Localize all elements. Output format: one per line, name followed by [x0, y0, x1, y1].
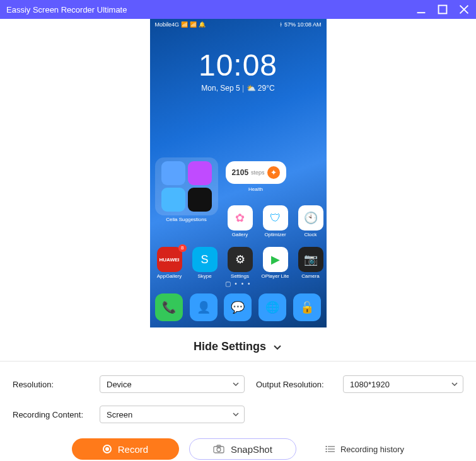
phone-date: Mon, Sep 5 | ⛅ 29°C	[150, 84, 327, 93]
phone-time: 10:08	[150, 48, 327, 83]
weather-icon: ⛅	[247, 84, 256, 93]
svg-rect-1	[439, 6, 447, 14]
bottom-bar: Record SnapShot Recording history	[0, 433, 476, 461]
signal-icon: 📶	[181, 21, 188, 28]
carrier-label: Mobile4G	[155, 21, 180, 28]
cast-icon	[188, 161, 212, 185]
settings-panel: Resolution: Device Output Resolution: 10…	[0, 361, 476, 433]
messages-icon[interactable]: 💬	[224, 293, 252, 321]
lock-icon[interactable]: 🔓	[293, 293, 321, 321]
browser-icon	[161, 188, 185, 212]
minimize-button[interactable]	[415, 4, 427, 15]
bell-icon: 🔔	[199, 21, 206, 28]
recording-content-label: Recording Content:	[13, 410, 95, 419]
svg-point-5	[217, 448, 221, 452]
maximize-button[interactable]	[437, 4, 448, 15]
wifi-icon: 📶	[190, 21, 197, 28]
app-appgallery[interactable]: HUAWEI 8 AppGallery	[155, 247, 184, 279]
health-label: Health	[226, 186, 286, 192]
app-optimizer[interactable]: 🛡Optimizer	[261, 205, 290, 237]
titlebar-text: Eassiy Screen Recorder Ultimate	[6, 5, 415, 14]
health-widget[interactable]: 2105 steps ✦	[226, 161, 286, 184]
hide-settings-toggle[interactable]: Hide Settings	[0, 334, 476, 361]
suggestions-label: Celia Suggestions	[155, 217, 218, 222]
resolution-label: Resolution:	[13, 380, 95, 389]
record-button[interactable]: Record	[72, 438, 179, 460]
output-resolution-select[interactable]: 1080*1920	[343, 375, 463, 393]
preview-area: Mobile4G 📶 📶 🔔 ᚼ 57% 10:08 AM 10:08 Mon,…	[0, 19, 476, 334]
phone-preview: Mobile4G 📶 📶 🔔 ᚼ 57% 10:08 AM 10:08 Mon,…	[150, 19, 327, 327]
app-camera[interactable]: 📷Camera	[296, 247, 325, 279]
app-clock[interactable]: 🕙Clock	[296, 205, 325, 237]
app-settings[interactable]: ⚙Settings	[226, 247, 255, 279]
app-oplayer[interactable]: ▶OPlayer Lite	[261, 247, 290, 279]
phone-status-bar: Mobile4G 📶 📶 🔔 ᚼ 57% 10:08 AM	[150, 19, 327, 30]
svg-point-10	[325, 446, 327, 447]
celia-suggestions[interactable]	[155, 157, 218, 215]
run-icon: ✦	[267, 166, 280, 179]
record-icon	[103, 445, 112, 453]
chevron-down-icon	[232, 380, 240, 388]
recording-history-link[interactable]: Recording history	[325, 445, 404, 454]
app-gallery[interactable]: ✿Gallery	[226, 205, 255, 237]
app-badge: 8	[178, 244, 186, 252]
titlebar: Eassiy Screen Recorder Ultimate	[0, 0, 476, 19]
window-controls	[415, 4, 470, 15]
phone-icon[interactable]: 📞	[155, 293, 183, 321]
battery-label: 57% 10:08 AM	[284, 21, 322, 28]
bluetooth-icon: ᚼ	[279, 21, 282, 28]
output-resolution-label: Output Resolution:	[250, 380, 338, 389]
contacts-icon[interactable]: 👤	[190, 293, 218, 321]
dock: 📞 👤 💬 🌐 🔓	[155, 293, 322, 321]
browser2-icon[interactable]: 🌐	[258, 293, 286, 321]
chevron-down-icon	[272, 342, 282, 352]
tiktok-icon	[188, 188, 212, 212]
close-button[interactable]	[458, 4, 470, 15]
page-indicator: ▢ • • •	[150, 280, 327, 287]
chevron-down-icon	[232, 411, 240, 418]
svg-point-11	[325, 448, 327, 450]
chevron-down-icon	[451, 380, 458, 388]
snapshot-button[interactable]: SnapShot	[189, 438, 296, 460]
camera-icon	[213, 445, 224, 453]
resolution-select[interactable]: Device	[100, 375, 245, 393]
cloud-icon	[161, 161, 185, 185]
recording-content-select[interactable]: Screen	[100, 406, 245, 423]
list-icon	[325, 445, 335, 453]
svg-point-12	[325, 451, 327, 452]
app-skype[interactable]: SSkype	[190, 247, 219, 279]
